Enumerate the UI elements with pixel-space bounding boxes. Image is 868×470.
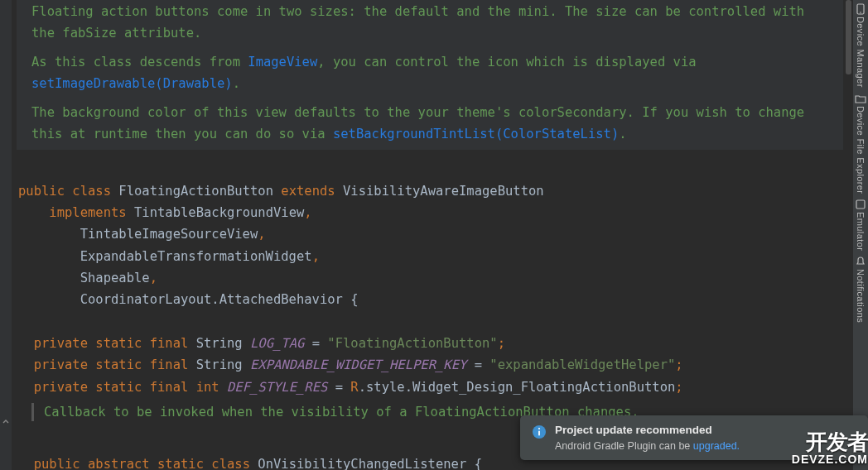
superclass-name: VisibilityAwareImageButton <box>343 184 544 199</box>
string-literal: "expandableWidgetHelper" <box>489 357 675 372</box>
toast-message: Project update recommended Android Gradl… <box>555 424 740 452</box>
class-name: FloatingActionButton <box>118 184 273 199</box>
toast-body-link[interactable]: upgraded. <box>693 440 740 452</box>
code-editor[interactable]: Floating action buttons come in two size… <box>12 0 843 470</box>
interface-name: CoordinatorLayout.AttachedBehavior <box>80 292 343 307</box>
toolwindow-emulator[interactable]: Emulator <box>855 199 866 251</box>
constant-name: EXPANDABLE_WIDGET_HELPER_KEY <box>250 357 466 372</box>
toast-title: Project update recommended <box>555 424 740 436</box>
folder-icon <box>855 93 866 104</box>
javadoc-paragraph: As this class descends from ImageView, y… <box>31 52 828 94</box>
notification-toast[interactable]: Project update recommended Android Gradl… <box>520 415 868 460</box>
type: String <box>196 357 243 372</box>
eq: = <box>475 357 482 372</box>
doc-code: fabSize <box>62 26 116 41</box>
kw-implements: implements <box>49 205 126 220</box>
interface-name: TintableBackgroundView <box>134 205 304 220</box>
bell-icon <box>855 256 866 267</box>
interface-name: ExpandableTransformationWidget <box>80 249 312 264</box>
brace-open: { <box>350 292 358 307</box>
eq: = <box>335 380 343 395</box>
interface-name: Shapeable <box>80 271 150 285</box>
kw-modifiers: private static final <box>34 336 189 351</box>
toolwindow-label: Notifications <box>856 269 866 323</box>
doc-code: colorSecondary <box>518 105 627 120</box>
info-icon <box>532 424 547 439</box>
r-ref: R <box>350 380 358 395</box>
kw-modifiers: public abstract static class <box>34 457 250 471</box>
interface-name: TintableImageSourceView <box>80 227 258 242</box>
toolwindow-device-manager[interactable]: Device Manager <box>855 3 866 88</box>
vertical-scrollbar-track[interactable] <box>843 0 853 470</box>
doc-text: . <box>619 127 626 141</box>
phone-icon <box>855 3 866 15</box>
kw-public: public <box>18 184 65 199</box>
doc-text: , you can control the icon which is disp… <box>317 55 696 70</box>
kw-extends: extends <box>281 184 335 199</box>
doc-text: As this class descends from <box>31 55 248 70</box>
toast-body-text: Android Gradle Plugin can be <box>555 440 693 452</box>
javadoc-rendered: Floating action buttons come in two size… <box>17 0 843 150</box>
constant-name: DEF_STYLE_RES <box>227 380 327 395</box>
toolwindow-device-file-explorer[interactable]: Device File Explorer <box>855 93 866 194</box>
svg-rect-4 <box>538 431 540 436</box>
constant-name: LOG_TAG <box>250 336 304 351</box>
code-body[interactable]: public class FloatingActionButton extend… <box>12 150 843 398</box>
svg-point-5 <box>538 428 540 429</box>
inner-class-name: OnVisibilityChangedListener <box>258 457 466 471</box>
kw-modifiers: private static final <box>34 357 189 372</box>
toast-body: Android Gradle Plugin can be upgraded. <box>555 440 740 452</box>
type-int: int <box>196 380 219 395</box>
emulator-icon <box>855 199 866 210</box>
doc-link[interactable]: ImageView <box>248 55 317 70</box>
string-literal: "FloatingActionButton" <box>327 336 497 351</box>
ide-root: { "doc": { "p1_a": "Floating action butt… <box>0 0 868 470</box>
toolwindow-label: Device Manager <box>856 17 866 88</box>
javadoc-paragraph: The background color of this view defaul… <box>31 103 828 145</box>
svg-point-1 <box>860 12 861 13</box>
kw-class: class <box>72 184 111 199</box>
editor-gutter <box>0 0 12 470</box>
override-marker-icon[interactable] <box>2 418 10 426</box>
toolwindow-label: Device File Explorer <box>856 106 866 194</box>
vertical-scrollbar-thumb[interactable] <box>846 0 851 74</box>
eq: = <box>312 336 320 351</box>
doc-text: attribute. <box>117 26 202 41</box>
doc-text: . <box>233 76 240 91</box>
toolwindow-label: Emulator <box>856 212 866 251</box>
kw-modifiers: private static final <box>34 380 189 395</box>
toolwindow-notifications[interactable]: Notifications <box>855 256 866 323</box>
doc-text: The background color of this view defaul… <box>31 105 518 120</box>
r-path: .style.Widget_Design_FloatingActionButto… <box>359 380 676 395</box>
doc-link[interactable]: setImageDrawable(Drawable) <box>31 76 233 91</box>
doc-link[interactable]: setBackgroundTintList(ColorStateList) <box>333 127 619 141</box>
type: String <box>196 336 243 351</box>
javadoc-paragraph: Floating action buttons come in two size… <box>31 2 828 44</box>
right-tool-strip: Device Manager Device File Explorer Emul… <box>853 0 868 470</box>
brace-open: { <box>475 457 482 471</box>
svg-rect-2 <box>856 200 865 209</box>
